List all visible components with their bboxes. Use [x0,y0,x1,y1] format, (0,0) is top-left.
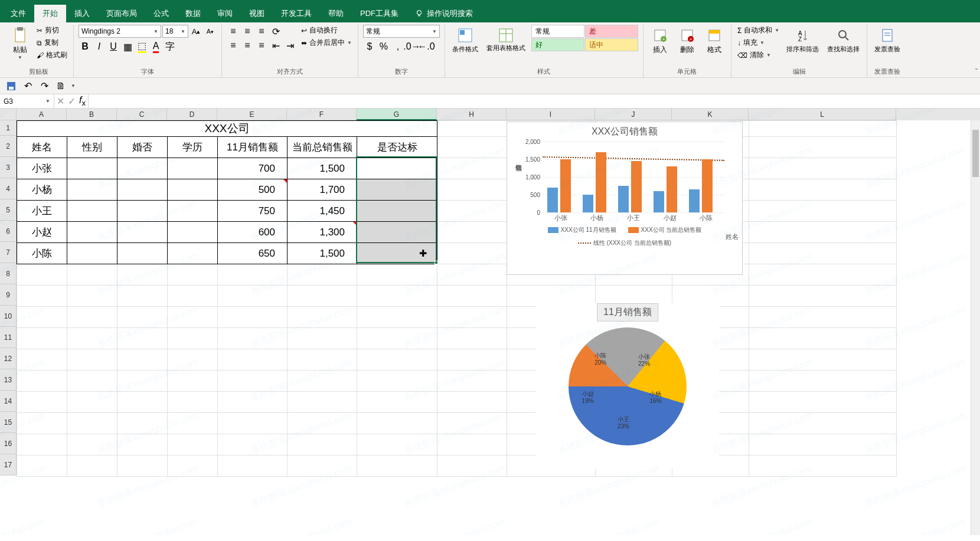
save-button[interactable] [5,80,18,93]
pie-chart[interactable]: 11月销售额 小张22%小杨16%小王23%小赵19%小陈20% [536,303,719,468]
align-right-button[interactable]: ≡ [255,39,268,52]
cell-H16[interactable] [437,434,507,455]
cell-C15[interactable] [117,413,168,434]
tab-home[interactable]: 开始 [34,5,66,22]
row-header-15[interactable]: 15 [0,412,17,433]
cell-D14[interactable] [168,392,218,413]
cell-L3[interactable] [749,158,897,179]
cell-D6[interactable] [168,222,218,243]
percent-button[interactable]: % [377,40,390,53]
copy-button[interactable]: ⧉复制 [35,37,68,48]
cell-D16[interactable] [168,434,218,455]
cell-A13[interactable] [17,370,67,392]
indent-increase-button[interactable]: ⇥ [283,39,296,52]
cell-B8[interactable] [67,264,117,286]
undo-button[interactable]: ↶ [21,80,34,93]
cell-A11[interactable] [17,328,67,349]
tab-pdf[interactable]: PDF工具集 [352,5,407,22]
cell-G8[interactable] [357,264,437,286]
row-header-13[interactable]: 13 [0,369,17,391]
autosum-button[interactable]: Σ自动求和▼ [736,25,780,36]
cell-G17[interactable] [357,455,437,477]
cell-F14[interactable] [288,392,357,413]
bar-chart[interactable]: XXX公司销售额 销售额 05001,0001,5002,000 小张小杨小王小… [507,122,743,275]
cell-F4[interactable]: 1,700 [288,179,357,201]
col-header-C[interactable]: C [117,109,167,120]
align-center-button[interactable]: ≡ [241,39,254,52]
cell-H12[interactable] [437,349,507,370]
cell-B3[interactable] [67,158,117,179]
row-header-1[interactable]: 1 [0,120,17,136]
tab-layout[interactable]: 页面布局 [98,5,145,22]
cell-L2[interactable] [749,137,897,158]
tab-view[interactable]: 视图 [241,5,273,22]
cell-D15[interactable] [168,413,218,434]
cell-B15[interactable] [67,413,117,434]
scrollbar-thumb[interactable] [972,130,979,177]
cell-A6[interactable]: 小赵 [17,222,67,243]
formula-input[interactable] [89,94,980,108]
col-header-E[interactable]: E [217,109,287,120]
cell-B2[interactable]: 性别 [67,137,117,158]
cell-D2[interactable]: 学历 [168,137,218,158]
row-header-3[interactable]: 3 [0,157,17,178]
cell-G15[interactable] [357,413,437,434]
cell-C9[interactable] [117,286,168,307]
cell-D17[interactable] [168,455,218,477]
cell-D11[interactable] [168,328,218,349]
font-color-button[interactable]: A [149,40,162,53]
border-button[interactable]: ▦ [121,40,134,53]
cell-D7[interactable] [168,243,218,264]
wrap-text-button[interactable]: ↩自动换行 [300,25,353,36]
cell-B16[interactable] [67,434,117,455]
row-header-6[interactable]: 6 [0,221,17,242]
cell-F7[interactable]: 1,500 [288,243,357,264]
col-header-G[interactable]: G [357,109,437,120]
cell-E12[interactable] [218,349,288,370]
cell-D4[interactable] [168,179,218,201]
cell-H9[interactable] [437,286,507,307]
decrease-decimal-button[interactable]: ←.0 [420,40,433,53]
cell-C2[interactable]: 婚否 [117,137,168,158]
cell-B11[interactable] [67,328,117,349]
tab-help[interactable]: 帮助 [320,5,352,22]
cell-H14[interactable] [437,392,507,413]
cell-L1[interactable] [749,121,897,137]
cell-E10[interactable] [218,307,288,328]
col-header-L[interactable]: L [749,109,896,120]
cell-F5[interactable]: 1,450 [288,201,357,222]
row-header-9[interactable]: 9 [0,284,17,306]
cell-D12[interactable] [168,349,218,370]
cancel-formula-button[interactable]: ✕ [57,96,64,107]
select-all-corner[interactable] [0,109,17,120]
row-header-7[interactable]: 7 [0,242,17,263]
cell-A5[interactable]: 小王 [17,201,67,222]
vertical-scrollbar[interactable] [971,120,980,535]
cell-H4[interactable] [437,179,507,201]
tab-file[interactable]: 文件 [2,5,34,22]
tab-data[interactable]: 数据 [177,5,209,22]
row-header-8[interactable]: 8 [0,263,17,284]
cell-G5[interactable] [357,201,437,222]
cell-C16[interactable] [117,434,168,455]
paste-button[interactable]: 粘贴 ▼ [8,25,32,61]
row-header-2[interactable]: 2 [0,136,17,157]
cell-H11[interactable] [437,328,507,349]
cell-A3[interactable]: 小张 [17,158,67,179]
row-header-4[interactable]: 4 [0,178,17,199]
indent-decrease-button[interactable]: ⇤ [269,39,282,52]
cell-A10[interactable] [17,307,67,328]
cell-F11[interactable] [288,328,357,349]
col-header-H[interactable]: H [437,109,507,120]
col-header-J[interactable]: J [595,109,672,120]
cell-C5[interactable] [117,201,168,222]
cell-E13[interactable] [218,370,288,392]
cell-D3[interactable] [168,158,218,179]
cell-A15[interactable] [17,413,67,434]
cell-H15[interactable] [437,413,507,434]
cell-H1[interactable] [437,121,507,137]
cell-B17[interactable] [67,455,117,477]
fx-button[interactable]: fx [79,95,86,107]
cell-E3[interactable]: 700 [218,158,288,179]
cell-G14[interactable] [357,392,437,413]
